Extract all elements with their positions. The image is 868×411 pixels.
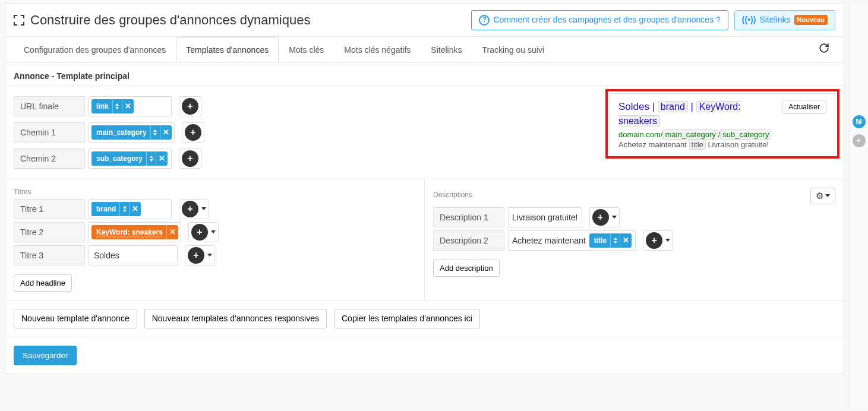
template-section-title: Annonce - Template principal	[5, 63, 844, 86]
gear-icon: ⚙	[816, 191, 823, 201]
desc2-label: Description 2	[433, 230, 504, 251]
remove-token-icon[interactable]: ✕	[122, 99, 134, 113]
ad-preview-title: Soldes | brand | KeyWord: sneakers	[618, 100, 776, 129]
title3-input[interactable]: Soldes	[89, 245, 178, 265]
tabs: Configuration des groupes d'annonces Tem…	[14, 37, 554, 62]
plus-circle-icon: +	[182, 201, 198, 217]
refresh-icon[interactable]	[813, 37, 835, 62]
nouveau-badge: Nouveau	[794, 15, 828, 25]
title3-text: Soldes	[94, 251, 119, 260]
update-preview-button[interactable]: Actualiser	[782, 100, 826, 114]
sort-icon[interactable]	[112, 99, 122, 113]
plus-circle-icon: +	[188, 247, 204, 264]
remove-token-icon[interactable]: ✕	[166, 225, 178, 239]
add-variable-desc1[interactable]: +	[589, 207, 620, 227]
caret-icon	[665, 239, 670, 242]
copy-templates-button[interactable]: Copier les templates d'annonces ici	[334, 309, 480, 329]
tab-negative-keywords[interactable]: Mots clés négatifs	[334, 37, 421, 62]
page-title-text: Construire des groupes d'annonces dynami…	[30, 12, 310, 28]
new-responsive-templates-button[interactable]: Nouveaux templates d'annonces responsive…	[144, 309, 327, 329]
sort-icon[interactable]	[610, 233, 620, 248]
add-variable-path2[interactable]: +	[179, 148, 201, 169]
remove-token-icon[interactable]: ✕	[156, 151, 168, 166]
page-title: Construire des groupes d'annonces dynami…	[14, 12, 310, 28]
desc1-row: Description 1 Livraison gratuite! +	[433, 207, 835, 227]
sort-icon[interactable]	[150, 125, 160, 140]
token-sub-category[interactable]: sub_category ✕	[91, 151, 168, 166]
add-variable-title2[interactable]: +	[188, 222, 219, 242]
sitelinks-button[interactable]: ((•)) Sitelinks Nouveau	[734, 10, 835, 30]
title2-row: Titre 2 KeyWord: sneakers ✕ +	[14, 222, 416, 242]
remove-token-icon[interactable]: ✕	[620, 233, 632, 248]
tab-tracking[interactable]: Tracking ou suivi	[472, 37, 555, 62]
path1-label: Chemin 1	[14, 122, 85, 143]
add-headline-button[interactable]: Add headline	[14, 274, 72, 292]
token-keyword-sneakers[interactable]: KeyWord: sneakers ✕	[91, 225, 178, 239]
help-icon: ?	[479, 15, 490, 26]
url-row-final-url: URL finale link ✕ +	[14, 96, 204, 116]
sort-icon[interactable]	[119, 202, 129, 216]
tab-keywords[interactable]: Mots clés	[279, 37, 334, 62]
caret-icon	[211, 230, 216, 233]
sort-icon[interactable]	[146, 151, 156, 166]
right-rail: M +	[849, 4, 868, 378]
title2-input[interactable]: KeyWord: sneakers ✕	[89, 222, 181, 242]
title1-label: Titre 1	[14, 199, 85, 219]
add-variable-title3[interactable]: +	[185, 245, 215, 265]
caret-icon	[612, 216, 617, 219]
add-variable-path1[interactable]: +	[182, 122, 204, 143]
url-finale-label: URL finale	[14, 96, 85, 116]
plus-circle-icon: +	[191, 224, 208, 241]
plus-circle-icon: +	[182, 150, 198, 167]
title3-row: Titre 3 Soldes +	[14, 245, 416, 265]
token-main-category[interactable]: main_category ✕	[91, 125, 172, 140]
remove-token-icon[interactable]: ✕	[160, 125, 172, 140]
desc2-input[interactable]: Achetez maintenant title ✕	[508, 230, 636, 251]
token-brand-label: brand	[96, 205, 119, 213]
rail-add-button[interactable]: +	[853, 134, 866, 147]
plus-circle-icon: +	[646, 232, 662, 249]
path1-input[interactable]: main_category ✕	[89, 122, 175, 143]
title3-label: Titre 3	[14, 245, 85, 265]
tab-templates[interactable]: Templates d'annonces	[176, 37, 279, 62]
save-button[interactable]: Sauvegarder	[14, 346, 77, 365]
add-variable-url-finale[interactable]: +	[179, 96, 201, 116]
remove-token-icon[interactable]: ✕	[129, 202, 141, 216]
descriptions-section-label: Descriptions	[433, 191, 472, 199]
title1-input[interactable]: brand ✕	[89, 199, 172, 219]
desc2-text: Achetez maintenant	[512, 236, 586, 245]
plus-circle-icon: +	[592, 209, 609, 226]
token-main-category-label: main_category	[96, 128, 150, 137]
tab-sitelinks[interactable]: Sitelinks	[421, 37, 472, 62]
desc1-input[interactable]: Livraison gratuite!	[508, 207, 582, 227]
token-title[interactable]: title ✕	[589, 233, 632, 248]
token-brand[interactable]: brand ✕	[91, 202, 141, 216]
ad-preview-url: domain.com/main_category/sub_category	[618, 130, 826, 139]
fullscreen-icon[interactable]	[14, 15, 24, 26]
url-finale-input[interactable]: link ✕	[89, 96, 172, 116]
desc2-row: Description 2 Achetez maintenant title ✕…	[433, 230, 835, 251]
caret-icon	[201, 207, 206, 210]
url-row-path1: Chemin 1 main_category ✕ +	[14, 122, 204, 143]
rail-m-badge[interactable]: M	[853, 115, 866, 128]
title1-row: Titre 1 brand ✕ +	[14, 199, 416, 219]
plus-circle-icon: +	[182, 98, 198, 115]
token-link-label: link	[96, 102, 112, 110]
token-title-label: title	[594, 236, 610, 245]
titles-section-label: Titres	[14, 188, 416, 196]
url-row-path2: Chemin 2 sub_category ✕ +	[14, 148, 204, 169]
new-template-button[interactable]: Nouveau template d'annonce	[14, 309, 137, 329]
desc1-label: Description 1	[433, 207, 504, 227]
token-link[interactable]: link ✕	[91, 99, 134, 113]
add-description-button[interactable]: Add description	[433, 260, 500, 277]
tab-config[interactable]: Configuration des groupes d'annonces	[14, 37, 176, 62]
token-keyword-sneakers-label: KeyWord: sneakers	[96, 228, 166, 236]
add-variable-title1[interactable]: +	[179, 199, 209, 219]
plus-circle-icon: +	[185, 124, 201, 141]
descriptions-settings[interactable]: ⚙	[810, 188, 835, 204]
add-variable-desc2[interactable]: +	[643, 230, 673, 251]
help-link[interactable]: ? Comment créer des campagnes et des gro…	[471, 10, 728, 30]
token-sub-category-label: sub_category	[96, 154, 146, 163]
ad-preview-description: Achetez maintenant title Livraison gratu…	[618, 140, 826, 149]
path2-input[interactable]: sub_category ✕	[89, 148, 172, 169]
